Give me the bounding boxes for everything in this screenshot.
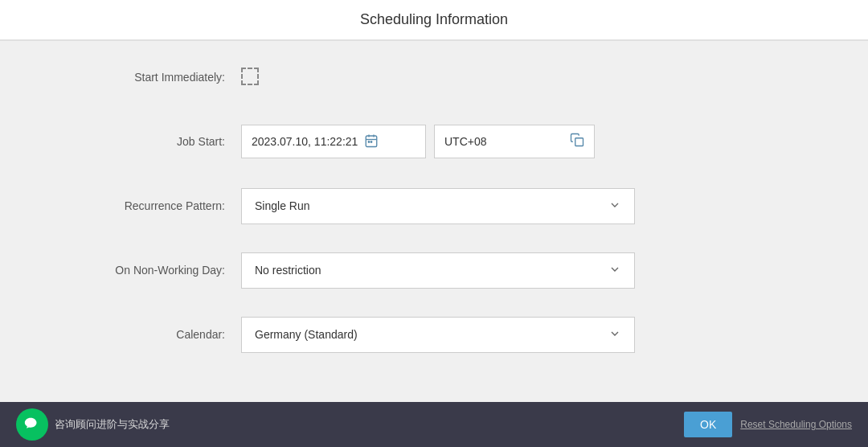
recurrence-pattern-value: Single Run [255, 199, 310, 212]
job-start-row: Job Start: 2023.07.10, 11:22:21 [32, 121, 836, 162]
svg-rect-6 [575, 138, 583, 146]
non-working-day-select[interactable]: No restriction [241, 252, 635, 289]
wechat-icon [16, 408, 48, 441]
bottom-right: OK Reset Scheduling Options [684, 412, 852, 437]
start-immediately-label: Start Immediately: [32, 71, 241, 84]
start-immediately-control [241, 68, 651, 88]
header: Scheduling Information [0, 0, 868, 40]
non-working-day-chevron-icon [608, 263, 621, 278]
timezone-field[interactable]: UTC+08 [434, 125, 595, 158]
recurrence-pattern-control: Single Run [241, 188, 651, 224]
start-immediately-checkbox[interactable] [241, 68, 259, 85]
recurrence-pattern-select[interactable]: Single Run [241, 188, 635, 224]
main-content: Start Immediately: Job Start: 2023.07.10… [0, 41, 868, 395]
calendar-label: Calendar: [32, 328, 241, 341]
svg-point-4 [369, 141, 371, 142]
datetime-row: 2023.07.10, 11:22:21 [241, 125, 651, 158]
recurrence-pattern-label: Recurrence Pattern: [32, 199, 241, 212]
calendar-value: Germany (Standard) [255, 328, 358, 341]
non-working-day-label: On Non-Working Day: [32, 264, 241, 277]
wechat-text: 咨询顾问进阶与实战分享 [55, 417, 170, 432]
bottom-left: 咨询顾问进阶与实战分享 [16, 408, 676, 441]
calendar-chevron-icon [608, 327, 621, 342]
bottom-bar-content: 咨询顾问进阶与实战分享 OK Reset Scheduling Options [16, 408, 852, 441]
page-container: Scheduling Information Start Immediately… [0, 0, 868, 447]
non-working-day-row: On Non-Working Day: No restriction [32, 250, 836, 290]
datetime-field[interactable]: 2023.07.10, 11:22:21 [241, 125, 426, 158]
svg-point-5 [371, 141, 373, 142]
timezone-value: UTC+08 [444, 135, 487, 148]
job-start-label: Job Start: [32, 135, 241, 148]
wechat-badge: 咨询顾问进阶与实战分享 [16, 408, 170, 441]
copy-icon[interactable] [570, 133, 584, 150]
start-immediately-row: Start Immediately: [32, 57, 836, 97]
reset-scheduling-text: Reset Scheduling Options [740, 419, 852, 430]
recurrence-pattern-chevron-icon [608, 199, 621, 214]
calendar-icon[interactable] [364, 133, 379, 150]
datetime-value: 2023.07.10, 11:22:21 [252, 135, 358, 148]
non-working-day-control: No restriction [241, 252, 651, 289]
recurrence-pattern-row: Recurrence Pattern: Single Run [32, 186, 836, 226]
calendar-row: Calendar: Germany (Standard) [32, 314, 836, 355]
ok-button[interactable]: OK [684, 412, 732, 437]
reset-text[interactable]: Reset Scheduling Options [740, 419, 852, 430]
non-working-day-value: No restriction [255, 264, 321, 277]
calendar-select[interactable]: Germany (Standard) [241, 317, 635, 353]
job-start-control: 2023.07.10, 11:22:21 [241, 125, 651, 158]
calendar-control: Germany (Standard) [241, 317, 651, 353]
bottom-bar: 咨询顾问进阶与实战分享 OK Reset Scheduling Options [0, 402, 868, 447]
page-title: Scheduling Information [360, 11, 508, 28]
